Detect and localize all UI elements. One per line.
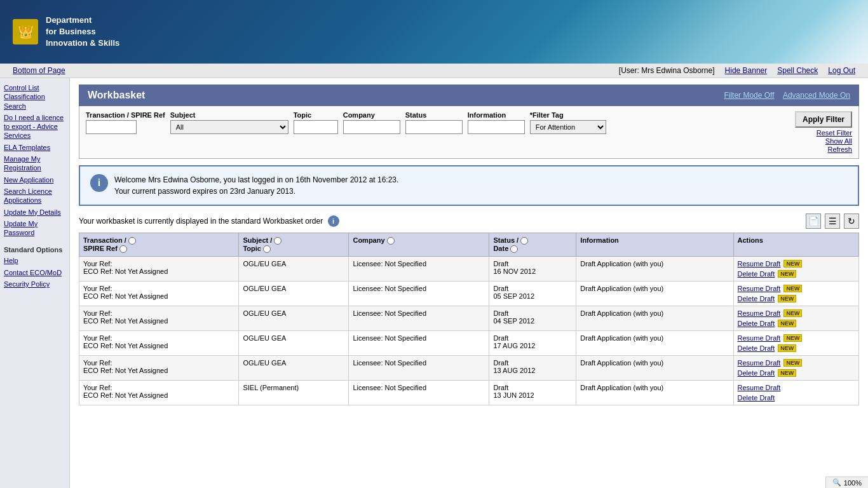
sidebar-item-search-licence[interactable]: Search Licence Applications xyxy=(4,187,65,205)
subject-val-0: OGL/EU GEA xyxy=(243,260,286,268)
th-status-radio[interactable] xyxy=(520,237,528,245)
footer: 🔍 100% xyxy=(825,477,868,488)
action-row-2-5: Delete Draft xyxy=(738,394,855,402)
welcome-message: Welcome Mrs Edwina Osborne, you last log… xyxy=(114,174,398,186)
resume-draft-link-3[interactable]: Resume Draft xyxy=(738,334,781,342)
transaction-input[interactable] xyxy=(86,120,137,134)
td-subject-2: OGL/EU GEA xyxy=(239,306,349,331)
delete-draft-link-3[interactable]: Delete Draft xyxy=(738,344,775,352)
th-company-radio[interactable] xyxy=(387,237,395,245)
delete-draft-link-4[interactable]: Delete Draft xyxy=(738,369,775,377)
action-row-2-0: Delete DraftNEW xyxy=(738,270,855,278)
order-icons: 📄 ☰ ↻ xyxy=(806,214,859,229)
td-company-5: Licensee: Not Specified xyxy=(349,381,489,405)
info-val-3: Draft Application (with you) xyxy=(580,334,663,342)
action-row-1-3: Resume DraftNEW xyxy=(738,334,855,342)
order-info-badge[interactable]: i xyxy=(328,215,339,227)
transaction-label: Transaction / SPIRE Ref xyxy=(86,111,165,119)
bottom-of-page-link[interactable]: Bottom of Page xyxy=(13,66,65,75)
your-ref-2: Your Ref: xyxy=(83,309,112,317)
company-val-4: Licensee: Not Specified xyxy=(353,359,426,367)
side-links: Reset Filter Show All Refresh xyxy=(817,129,852,153)
th-actions: Actions xyxy=(733,233,858,257)
your-ref-1: Your Ref: xyxy=(83,285,112,292)
action-cell-2: Resume DraftNEW Delete DraftNEW xyxy=(738,309,855,327)
filter-transaction-col: Transaction / SPIRE Ref xyxy=(86,111,165,134)
th-information: Information xyxy=(576,233,733,257)
sort-icon-btn[interactable]: ☰ xyxy=(825,214,840,229)
sidebar-item-update-password[interactable]: Update My Password xyxy=(4,219,65,238)
topnav-right: [User: Mrs Edwina Osborne] Hide Banner S… xyxy=(619,66,855,75)
td-subject-5: SIEL (Permanent) xyxy=(239,381,349,405)
delete-draft-link-5[interactable]: Delete Draft xyxy=(738,394,775,402)
new-badge-2-4: NEW xyxy=(778,369,796,377)
subject-val-4: OGL/EU GEA xyxy=(243,359,286,367)
resume-draft-link-5[interactable]: Resume Draft xyxy=(738,384,781,391)
information-input[interactable] xyxy=(468,120,525,134)
reset-filter-link[interactable]: Reset Filter xyxy=(817,129,852,137)
td-information-4: Draft Application (with you) xyxy=(576,356,733,381)
sidebar-item-help[interactable]: Help xyxy=(4,256,65,265)
show-all-link[interactable]: Show All xyxy=(825,137,852,145)
resume-draft-link-1[interactable]: Resume Draft xyxy=(738,285,781,292)
new-badge-2-3: NEW xyxy=(778,344,796,352)
top-nav: Bottom of Page [User: Mrs Edwina Osborne… xyxy=(0,64,868,78)
delete-draft-link-0[interactable]: Delete Draft xyxy=(738,270,775,278)
sidebar-item-contact[interactable]: Contact ECO/MoD xyxy=(4,268,65,277)
log-out-link[interactable]: Log Out xyxy=(828,66,855,75)
th-date-radio[interactable] xyxy=(510,245,518,253)
sidebar-item-manage-registration[interactable]: Manage My Registration xyxy=(4,154,65,173)
eco-ref-2: ECO Ref: Not Yet Assigned xyxy=(83,317,168,325)
td-status-3: Draft17 AUG 2012 xyxy=(489,331,576,356)
refresh-link[interactable]: Refresh xyxy=(827,146,852,153)
delete-draft-link-1[interactable]: Delete Draft xyxy=(738,295,775,302)
td-transaction-3: Your Ref:ECO Ref: Not Yet Assigned xyxy=(79,331,239,356)
hide-banner-link[interactable]: Hide Banner xyxy=(725,66,768,75)
filter-mode-link[interactable]: Filter Mode Off xyxy=(724,91,774,100)
sidebar-item-update-details[interactable]: Update My Details xyxy=(4,208,65,217)
new-badge-1-1: NEW xyxy=(783,285,802,292)
td-subject-4: OGL/EU GEA xyxy=(239,356,349,381)
status-input[interactable] xyxy=(405,120,463,134)
status-label: Status xyxy=(405,111,463,119)
advanced-mode-link[interactable]: Advanced Mode On xyxy=(783,91,850,100)
td-actions-0: Resume DraftNEW Delete DraftNEW xyxy=(733,257,858,281)
action-cell-5: Resume Draft Delete Draft xyxy=(738,384,855,402)
status-val-5: Draft xyxy=(493,384,508,391)
sidebar-item-do-i-need-licence[interactable]: Do I need a licence to export - Advice S… xyxy=(4,113,65,140)
spell-check-link[interactable]: Spell Check xyxy=(777,66,818,75)
topic-input[interactable] xyxy=(294,120,338,134)
th-transaction-radio[interactable] xyxy=(128,237,136,245)
action-cell-4: Resume DraftNEW Delete DraftNEW xyxy=(738,359,855,377)
new-badge-2-2: NEW xyxy=(778,320,796,327)
resume-draft-link-2[interactable]: Resume Draft xyxy=(738,309,781,317)
subject-val-3: OGL/EU GEA xyxy=(243,334,286,342)
export-icon-btn[interactable]: 📄 xyxy=(806,214,821,229)
sidebar-item-control-list[interactable]: Control List Classification Search xyxy=(4,83,65,111)
subject-select[interactable]: All xyxy=(170,120,288,134)
company-input[interactable] xyxy=(343,120,400,134)
td-status-2: Draft04 SEP 2012 xyxy=(489,306,576,331)
action-cell-0: Resume DraftNEW Delete DraftNEW xyxy=(738,260,855,278)
company-label: Company xyxy=(343,111,400,119)
sidebar-item-security[interactable]: Security Policy xyxy=(4,280,65,288)
apply-filter-button[interactable]: Apply Filter xyxy=(795,111,852,128)
refresh-icon-btn[interactable]: ↻ xyxy=(844,214,859,229)
resume-draft-link-0[interactable]: Resume Draft xyxy=(738,260,781,268)
th-spireref-radio[interactable] xyxy=(119,245,127,253)
th-topic-radio[interactable] xyxy=(263,245,271,253)
resume-draft-link-4[interactable]: Resume Draft xyxy=(738,359,781,367)
action-row-1-0: Resume DraftNEW xyxy=(738,260,855,268)
welcome-box: i Welcome Mrs Edwina Osborne, you last l… xyxy=(79,165,859,206)
sidebar-item-ela-templates[interactable]: ELA Templates xyxy=(4,143,65,152)
filter-tag-select[interactable]: For Attention xyxy=(530,120,606,134)
filter-row: Transaction / SPIRE Ref Subject All Topi… xyxy=(86,111,852,153)
date-val-3: 17 AUG 2012 xyxy=(493,342,535,349)
main-layout: Control List Classification Search Do I … xyxy=(0,78,868,488)
new-badge-1-0: NEW xyxy=(783,260,802,268)
sidebar-item-new-application[interactable]: New Application xyxy=(4,175,65,184)
td-company-1: Licensee: Not Specified xyxy=(349,281,489,306)
delete-draft-link-2[interactable]: Delete Draft xyxy=(738,320,775,327)
td-actions-3: Resume DraftNEW Delete DraftNEW xyxy=(733,331,858,356)
th-subject-radio[interactable] xyxy=(274,237,281,245)
